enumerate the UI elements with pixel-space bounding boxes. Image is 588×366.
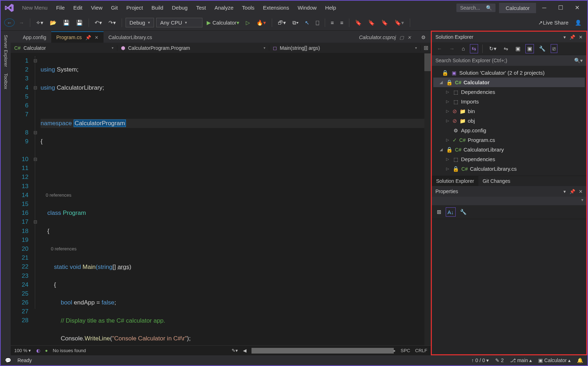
back-button[interactable]: ←: [435, 44, 444, 53]
pin-icon[interactable]: 📌: [570, 35, 575, 40]
horizontal-scrollbar[interactable]: [251, 348, 387, 354]
output-icon[interactable]: 💬: [5, 357, 11, 363]
fold-button[interactable]: ⊟: [32, 56, 38, 65]
outdent-button[interactable]: ≡: [338, 18, 346, 27]
menu-view[interactable]: View: [87, 1, 107, 15]
fold-button[interactable]: ⊟: [32, 83, 38, 92]
menu-extensions[interactable]: Extensions: [259, 1, 293, 15]
collapse-all-button[interactable]: ▣: [513, 44, 523, 53]
menu-build[interactable]: Build: [147, 1, 168, 15]
menu-analyze[interactable]: Analyze: [210, 1, 238, 15]
categorized-button[interactable]: ⊞: [435, 207, 444, 217]
hot-reload-button[interactable]: 🔥▾: [254, 18, 268, 27]
zoom-combo[interactable]: 100 % ▾: [14, 348, 31, 353]
split-editor-button[interactable]: ⊞: [421, 44, 431, 51]
bookmark-dropdown-button[interactable]: 🔖▾: [392, 18, 406, 27]
imports-node[interactable]: ▷⬚Imports: [433, 97, 585, 106]
repo-indicator[interactable]: ▣ Calculator ▴: [538, 357, 571, 363]
home-button[interactable]: ⌂: [460, 44, 467, 53]
view-code-button[interactable]: ⎕: [314, 18, 321, 27]
nav-project-combo[interactable]: C#Calculator: [11, 45, 117, 51]
hscroll-left-button[interactable]: ◀: [243, 348, 247, 353]
tab-calculator-csproj[interactable]: Calculator.csproj▢✕: [354, 32, 416, 43]
window-layout-button[interactable]: ⧉▾: [290, 18, 301, 27]
tab-solution-explorer[interactable]: Solution Explorer: [432, 176, 478, 186]
close-tab-icon[interactable]: ✕: [95, 35, 99, 40]
select-element-button[interactable]: ↖: [303, 18, 312, 27]
editor-options-button[interactable]: ⚙: [416, 32, 431, 43]
sync-button[interactable]: ↻▾: [487, 44, 499, 53]
bookmark-button[interactable]: 🔖: [353, 18, 364, 27]
next-bookmark-button[interactable]: 🔖: [379, 18, 390, 27]
server-explorer-tab[interactable]: Server Explorer: [3, 33, 9, 69]
solution-search-input[interactable]: Search Solution Explorer (Ctrl+;)🔍▾: [432, 55, 586, 66]
solution-node[interactable]: 🔒▣Solution 'Calculator' (2 of 2 projects…: [433, 68, 585, 78]
nav-member-combo[interactable]: ◻Main(string[] args): [269, 45, 421, 51]
program-cs-node[interactable]: ▷✓C#Program.cs: [433, 135, 585, 145]
redo-button[interactable]: ↷▾: [106, 18, 118, 27]
save-button[interactable]: 💾: [61, 18, 72, 27]
platform-combo[interactable]: Any CPU: [156, 18, 202, 27]
prev-bookmark-button[interactable]: 🔖: [366, 18, 377, 27]
code-editor[interactable]: 123 4 567 89 101112131415161718192021222…: [11, 53, 431, 345]
search-input[interactable]: Search...🔍: [456, 4, 496, 12]
show-all-files-button[interactable]: ▣: [525, 44, 534, 53]
save-all-button[interactable]: 💾: [74, 18, 85, 27]
browser-link-button[interactable]: 🗗▾: [276, 18, 288, 27]
bin-node[interactable]: ▷⊘📁bin: [433, 106, 585, 116]
vertical-scrollbar[interactable]: [424, 53, 431, 345]
open-file-button[interactable]: 📂: [48, 18, 59, 27]
menu-test[interactable]: Test: [192, 1, 210, 15]
maximize-button[interactable]: ☐: [552, 1, 569, 15]
health-indicator-icon[interactable]: ◐: [36, 348, 40, 353]
preview-button[interactable]: ⎚: [551, 44, 557, 53]
dependencies-node[interactable]: ▷⬚Dependencies: [433, 87, 585, 97]
start-no-debug-button[interactable]: ▷: [244, 18, 252, 27]
menu-git[interactable]: Git: [107, 1, 122, 15]
forward-button[interactable]: →: [447, 44, 457, 53]
close-preview-icon[interactable]: ✕: [407, 35, 411, 40]
keep-open-icon[interactable]: ▢: [399, 35, 404, 40]
line-ending-indicator[interactable]: CRLF: [415, 348, 427, 353]
menu-edit[interactable]: Edit: [69, 1, 87, 15]
properties-button[interactable]: 🔧: [537, 44, 548, 53]
code-content[interactable]: using System; using CalculatorLibrary; n…: [38, 53, 431, 345]
tab-git-changes[interactable]: Git Changes: [478, 176, 515, 186]
menu-debug[interactable]: Debug: [168, 1, 192, 15]
fold-button[interactable]: ⊟: [32, 217, 38, 226]
nav-back-button[interactable]: ←: [4, 18, 15, 27]
account-button[interactable]: 👤: [573, 18, 584, 27]
switch-views-button[interactable]: ⇆: [470, 44, 478, 53]
obj-node[interactable]: ▷⊘📁obj: [433, 116, 585, 126]
menu-tools[interactable]: Tools: [238, 1, 259, 15]
menu-file[interactable]: File: [52, 1, 69, 15]
nav-forward-button[interactable]: →: [17, 18, 26, 27]
live-share-button[interactable]: ↗ Live Share: [536, 18, 571, 27]
project-calculatorlibrary-node[interactable]: ◢🔒C#CalculatorLibrary: [433, 145, 585, 154]
undo-button[interactable]: ↶▾: [92, 18, 104, 27]
new-item-button[interactable]: ✧▾: [34, 18, 46, 27]
notifications-button[interactable]: 🔔: [577, 357, 583, 363]
close-panel-icon[interactable]: ✕: [579, 189, 583, 194]
indent-button[interactable]: ≡: [329, 18, 336, 27]
pending-edits[interactable]: ✎ 2: [495, 357, 504, 363]
app-config-node[interactable]: ⚙App.config: [433, 126, 585, 135]
property-pages-button[interactable]: 🔧: [458, 207, 469, 217]
project-calculator-node[interactable]: ◢🔒C#Calculator: [433, 78, 585, 87]
brush-icon[interactable]: ✎▾: [232, 348, 238, 353]
menu-help[interactable]: Help: [321, 1, 340, 15]
fold-button[interactable]: ⊟: [32, 155, 38, 164]
pin-icon[interactable]: 📌: [85, 35, 91, 40]
calculatorlibrary-cs-node[interactable]: ▷🔒C#CalculatorLibrary.cs: [433, 164, 585, 174]
pin-icon[interactable]: 📌: [570, 189, 575, 194]
close-panel-icon[interactable]: ✕: [579, 35, 583, 40]
indentation-indicator[interactable]: SPC: [401, 348, 410, 353]
menu-new-menu[interactable]: New Menu: [18, 1, 52, 15]
menu-project[interactable]: Project: [122, 1, 147, 15]
minimize-button[interactable]: ─: [536, 1, 552, 15]
tab-program-cs[interactable]: Program.cs📌✕: [51, 31, 104, 43]
pending-changes-button[interactable]: ⇋: [502, 44, 510, 53]
tab-app-config[interactable]: App.config: [18, 32, 51, 43]
tab-calculatorlibrary-cs[interactable]: CalculatorLibrary.cs: [104, 32, 157, 43]
branch-indicator[interactable]: ⎇ main ▴: [510, 357, 532, 363]
